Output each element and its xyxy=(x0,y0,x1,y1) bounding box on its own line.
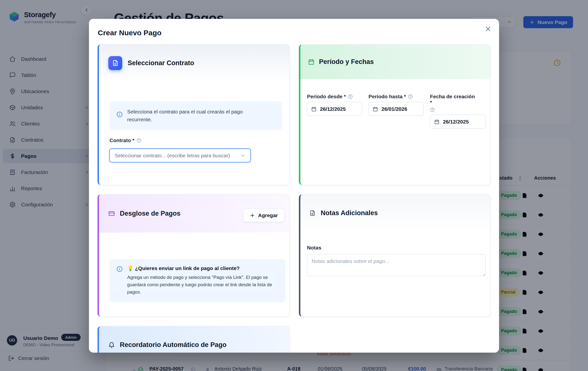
calendar-icon xyxy=(308,59,315,65)
reminder-card-header: Recordatorio Automático de Pago xyxy=(99,326,289,353)
help-icon[interactable] xyxy=(430,107,435,112)
help-icon[interactable] xyxy=(348,94,353,99)
field-label-text: Período hasta * xyxy=(368,94,406,99)
period-fields: Período desde * 26/12/2025 Período hasta… xyxy=(307,94,486,129)
field-creation-date: Fecha de creación * 26/12/2025 xyxy=(430,94,486,129)
file-text-icon xyxy=(309,210,316,216)
add-button-label: Agregar xyxy=(258,212,278,218)
notes-label: Notas xyxy=(307,245,321,251)
help-icon[interactable] xyxy=(408,94,413,99)
contract-card-header: Seleccionar Contrato xyxy=(99,45,289,81)
contract-card: Seleccionar Contrato Selecciona el contr… xyxy=(98,44,290,185)
info-icon xyxy=(116,266,123,272)
file-text-icon xyxy=(112,60,119,66)
notes-card-title: Notas Adicionales xyxy=(321,209,378,217)
notes-label-text: Notas xyxy=(307,245,321,251)
plus-icon xyxy=(250,213,255,218)
chevron-down-icon xyxy=(240,153,245,158)
field-label: Período desde * xyxy=(307,94,362,99)
calendar-icon xyxy=(311,106,317,112)
contract-icon-tile xyxy=(108,56,122,70)
date-value: 26/12/2025 xyxy=(443,119,469,125)
period-card: Período y Fechas Período desde * 26/12/2… xyxy=(299,44,490,185)
reminder-card-title: Recordatorio Automático de Pago xyxy=(120,341,227,349)
modal-title: Crear Nuevo Pago xyxy=(98,29,161,37)
calendar-icon xyxy=(373,106,378,112)
date-value: 26/01/2026 xyxy=(381,106,407,112)
info-icon xyxy=(116,111,123,118)
date-value: 26/12/2025 xyxy=(320,106,346,112)
contract-card-title: Seleccionar Contrato xyxy=(128,59,194,67)
contract-info-box: Selecciona el contrato para el cual crea… xyxy=(110,101,282,130)
date-input-period-to[interactable]: 26/01/2026 xyxy=(368,102,424,116)
period-card-title: Período y Fechas xyxy=(319,58,374,66)
contract-field-label: Contrato * xyxy=(110,137,141,143)
field-label: Período hasta * xyxy=(368,94,424,99)
date-input-creation[interactable]: 26/12/2025 xyxy=(430,115,486,129)
date-input-period-from[interactable]: 26/12/2025 xyxy=(307,102,362,116)
field-label-text: Fecha de creación * xyxy=(430,94,475,105)
contract-select[interactable]: Seleccionar contrato... (escribe letras … xyxy=(109,148,251,162)
field-period-to: Período hasta * 26/01/2026 xyxy=(368,94,424,129)
close-icon[interactable] xyxy=(484,25,492,33)
breakdown-card: Desglose de Pagos Agregar 💡 ¿Quieres env… xyxy=(98,194,290,317)
create-payment-modal: Crear Nuevo Pago Seleccionar Contrato Se… xyxy=(89,19,499,353)
contract-info-text: Selecciona el contrato para el cual crea… xyxy=(127,108,259,124)
add-payment-method-button[interactable]: Agregar xyxy=(243,209,284,222)
field-label: Fecha de creación * xyxy=(430,94,475,112)
contract-label-text: Contrato * xyxy=(110,137,135,143)
breakdown-card-title: Desglose de Pagos xyxy=(120,210,181,217)
help-icon[interactable] xyxy=(136,138,141,143)
contract-select-placeholder: Seleccionar contrato... (escribe letras … xyxy=(115,153,230,159)
reminder-card: Recordatorio Automático de Pago xyxy=(98,326,290,353)
field-label-text: Período desde * xyxy=(307,94,346,99)
notes-card: Notas Adicionales Notas xyxy=(299,194,490,317)
app-root: Storagefy SOFTWARE PARA TRASTEROS Dashbo… xyxy=(0,0,588,371)
calendar-icon xyxy=(434,119,440,124)
period-card-header: Período y Fechas xyxy=(300,45,490,79)
tip-title: 💡 ¿Quieres enviar un link de pago al cli… xyxy=(127,265,277,271)
tip-body: Agrega un método de pago y selecciona "P… xyxy=(127,274,277,296)
notes-card-header: Notas Adicionales xyxy=(300,195,490,231)
payment-link-tip-box: 💡 ¿Quieres enviar un link de pago al cli… xyxy=(110,259,285,302)
bell-icon xyxy=(108,342,115,348)
notes-textarea[interactable] xyxy=(307,254,486,276)
credit-card-icon xyxy=(108,210,115,217)
field-period-from: Período desde * 26/12/2025 xyxy=(307,94,362,129)
